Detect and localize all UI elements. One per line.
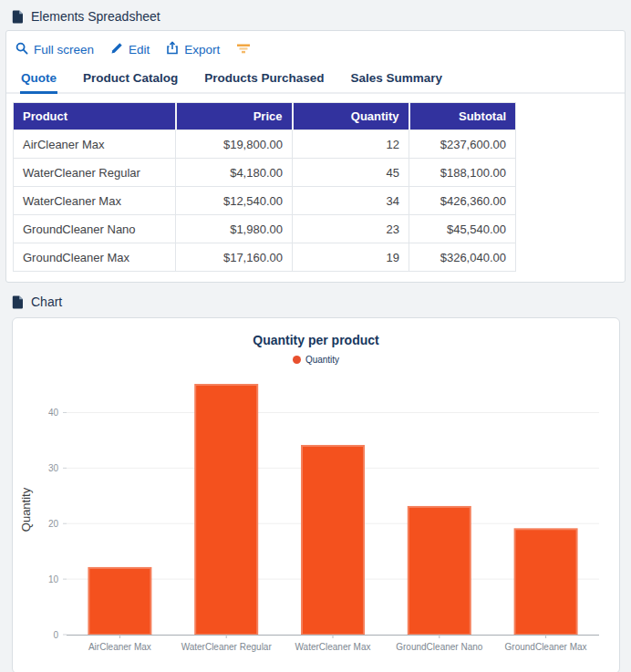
table-row: WaterCleaner Max$12,540.0034$426,360.00 (14, 187, 516, 215)
filter-icon (236, 43, 251, 57)
legend-label: Quantity (305, 355, 339, 365)
tab-quote[interactable]: Quote (20, 67, 57, 94)
y-tick-label: 20 (47, 519, 58, 529)
chart-card: Quantity per product Quantity 010203040A… (12, 317, 620, 672)
export-icon (166, 41, 179, 57)
edit-button[interactable]: Edit (110, 42, 150, 57)
table-row: GroundCleaner Nano$1,980.0023$45,540.00 (14, 215, 516, 243)
subtotal-cell: $426,360.00 (409, 187, 516, 215)
quantity-cell: 45 (293, 159, 409, 187)
legend-dot-icon (293, 356, 301, 364)
table-row: AirCleaner Max$19,800.0012$237,600.00 (14, 130, 516, 159)
product-cell: AirCleaner Max (14, 130, 176, 159)
chart-title: Quantity per product (253, 333, 378, 347)
quote-table-wrap: Product Price Quantity Subtotal AirClean… (6, 94, 625, 282)
product-cell: GroundCleaner Max (14, 243, 176, 272)
quantity-cell: 34 (293, 187, 409, 215)
edit-label: Edit (129, 43, 150, 57)
y-tick-label: 30 (47, 463, 58, 473)
price-column-header: Price (176, 103, 293, 130)
quantity-cell: 23 (293, 215, 409, 243)
subtotal-cell: $326,040.00 (409, 243, 516, 272)
document-icon (12, 295, 24, 309)
quote-table-body: AirCleaner Max$19,800.0012$237,600.00Wat… (14, 130, 516, 272)
product-cell: GroundCleaner Nano (14, 215, 176, 243)
table-row: WaterCleaner Regular$4,180.0045$188,100.… (14, 159, 516, 187)
x-category-label: AirCleaner Max (88, 642, 150, 652)
y-tick-label: 10 (47, 574, 58, 584)
chart-bar[interactable] (88, 568, 150, 635)
table-header-row: Product Price Quantity Subtotal (14, 103, 516, 130)
chart-legend[interactable]: Quantity (293, 355, 339, 365)
price-cell: $4,180.00 (176, 159, 293, 187)
product-cell: WaterCleaner Regular (14, 159, 176, 187)
export-button[interactable]: Export (166, 41, 220, 57)
tab-sales-summary[interactable]: Sales Summary (350, 67, 444, 94)
x-category-label: WaterCleaner Max (295, 642, 370, 652)
x-category-label: GroundCleaner Max (504, 642, 586, 652)
full-screen-button[interactable]: Full screen (16, 42, 94, 57)
x-category-label: WaterCleaner Regular (181, 642, 272, 652)
y-tick-label: 0 (53, 630, 58, 640)
chart-bar[interactable] (408, 507, 470, 635)
tab-product-catalog[interactable]: Product Catalog (82, 67, 179, 94)
spreadsheet-toolbar: Full screen Edit Export (6, 38, 625, 66)
spreadsheet-card: Full screen Edit Export (5, 30, 626, 283)
y-axis-title: Quantity (19, 487, 33, 532)
chart-bar[interactable] (195, 385, 257, 635)
filter-button[interactable] (236, 43, 251, 57)
document-icon (12, 10, 24, 24)
x-category-label: GroundCleaner Nano (396, 642, 482, 652)
product-cell: WaterCleaner Max (14, 187, 176, 215)
magnifier-icon (16, 42, 28, 57)
price-cell: $19,800.00 (176, 130, 293, 159)
chart-panel-header: Chart (5, 283, 626, 315)
quantity-column-header: Quantity (293, 103, 409, 130)
chart-bar[interactable] (302, 446, 364, 635)
subtotal-cell: $188,100.00 (409, 159, 516, 187)
spreadsheet-panel-header: Elements Spreadsheet (5, 0, 626, 30)
spreadsheet-panel-title: Elements Spreadsheet (31, 9, 160, 24)
price-cell: $1,980.00 (176, 215, 293, 243)
quote-table: Product Price Quantity Subtotal AirClean… (13, 102, 516, 272)
product-column-header: Product (14, 103, 176, 130)
full-screen-label: Full screen (34, 43, 94, 57)
price-cell: $12,540.00 (176, 187, 293, 215)
chart-panel-title: Chart (31, 295, 62, 309)
subtotal-column-header: Subtotal (409, 103, 516, 130)
subtotal-cell: $237,600.00 (409, 130, 516, 159)
export-label: Export (184, 43, 220, 57)
quantity-cell: 19 (293, 243, 409, 272)
quantity-cell: 12 (293, 130, 409, 159)
subtotal-cell: $45,540.00 (409, 215, 516, 243)
spreadsheet-tabs: Quote Product Catalog Products Purchased… (6, 66, 625, 94)
quantity-bar-chart: 010203040AirCleaner MaxWaterCleaner Regu… (19, 367, 614, 660)
y-tick-label: 40 (47, 408, 58, 418)
page: Elements Spreadsheet Full screen (0, 0, 631, 672)
table-row: GroundCleaner Max$17,160.0019$326,040.00 (14, 243, 516, 272)
tab-products-purchased[interactable]: Products Purchased (203, 67, 325, 94)
pencil-icon (110, 42, 123, 57)
price-cell: $17,160.00 (176, 243, 293, 272)
chart-bar[interactable] (514, 529, 576, 635)
